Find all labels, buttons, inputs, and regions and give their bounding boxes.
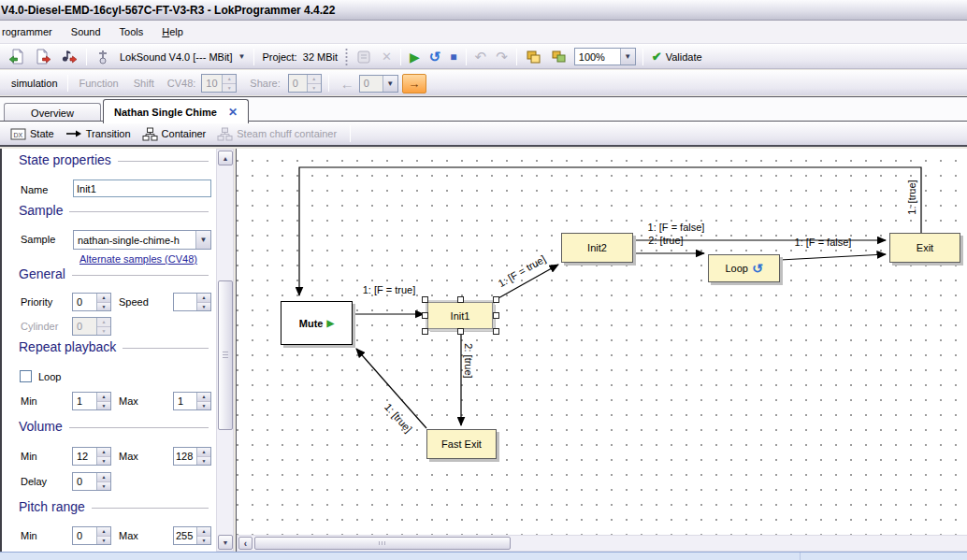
validate-label: Validate (666, 51, 702, 63)
add-steam-chuff-container-button-disabled: Steam chuff container (211, 123, 342, 144)
pitch-max-value: 255 (174, 527, 196, 544)
music-note-export-icon (61, 49, 78, 65)
selection-handle-w[interactable] (422, 312, 428, 319)
diagram-canvas[interactable]: 1: [true] 1: [F = true] 1: [F = true] 1:… (237, 149, 967, 535)
menu-item-programmer[interactable]: rogrammer (0, 22, 62, 41)
tab-overview[interactable]: Overview (4, 103, 101, 122)
simulation-mode-label: simulation (6, 78, 64, 89)
spin-down-button[interactable]: ▼ (197, 537, 210, 545)
scrollbar-thumb[interactable] (254, 537, 511, 550)
selection-handle-e[interactable] (493, 312, 499, 319)
spin-up-button[interactable]: ▲ (97, 294, 110, 303)
chevron-down-icon: ▼ (382, 76, 397, 92)
add-transition-button[interactable]: Transition (60, 123, 137, 144)
spin-up-button[interactable]: ▲ (97, 473, 110, 482)
canvas-horizontal-scrollbar[interactable]: ‹ (237, 535, 967, 552)
open-project-button[interactable] (5, 47, 29, 67)
spin-up-button[interactable]: ▲ (197, 393, 210, 402)
spin-up-button[interactable]: ▲ (197, 448, 210, 457)
pitch-max-spinner[interactable]: 255 ▲▼ (173, 526, 211, 545)
tab-close-button[interactable]: ✕ (228, 106, 238, 119)
state-node-mute[interactable]: Mute ▶ (281, 301, 353, 345)
spin-down-button[interactable]: ▼ (97, 457, 110, 466)
scroll-left-button[interactable]: ‹ (238, 537, 253, 550)
spin-up-button[interactable]: ▲ (197, 527, 210, 537)
step-forward-button[interactable]: → (402, 74, 426, 93)
spin-up-button[interactable]: ▲ (97, 527, 110, 537)
tab-nathan-single-chime[interactable]: Nathan Single Chime ✕ (103, 99, 249, 123)
redo-icon: ↷ (496, 50, 508, 64)
state-node-init1-selected[interactable]: Init1 (427, 302, 493, 329)
selection-handle-s[interactable] (457, 328, 464, 335)
add-state-button[interactable]: DX State (5, 123, 60, 144)
cylinder-spinner-disabled: 0 ▲▼ (72, 317, 111, 336)
spin-down-button[interactable]: ▼ (197, 303, 210, 311)
panel-vertical-scrollbar[interactable]: ▲ ▼ (216, 149, 234, 552)
selection-handle-n[interactable] (457, 296, 464, 303)
play-simulation-button[interactable]: ▶ (406, 47, 424, 67)
speed-spinner[interactable]: ▲▼ (173, 293, 211, 311)
priority-spinner[interactable]: 0 ▲▼ (72, 293, 111, 311)
spin-down-button[interactable]: ▼ (97, 402, 110, 410)
spin-down-button[interactable]: ▼ (97, 482, 110, 491)
selection-handle-sw[interactable] (422, 328, 428, 335)
repeat-min-spinner[interactable]: 1 ▲▼ (72, 392, 111, 410)
section-volume: Volume (19, 419, 209, 434)
repeat-max-spinner[interactable]: 1 ▲▼ (173, 392, 211, 410)
add-container-button[interactable]: Container (137, 123, 212, 144)
edge-loop-to-exit[interactable] (780, 254, 886, 260)
chevron-down-icon[interactable]: ▼ (620, 49, 635, 65)
save-project-button[interactable] (31, 47, 55, 67)
state-node-init2[interactable]: Init2 (561, 233, 633, 263)
selection-handle-se[interactable] (493, 328, 499, 335)
spin-down-button[interactable]: ▼ (97, 537, 110, 545)
state-node-fast-exit[interactable]: Fast Exit (426, 429, 497, 459)
scroll-down-button[interactable]: ▼ (218, 535, 233, 550)
name-input[interactable] (73, 179, 211, 197)
stop-simulation-button[interactable]: ■ (446, 47, 460, 67)
container-button-label: Container (162, 128, 207, 139)
volume-min-spinner[interactable]: 12 ▲▼ (72, 447, 111, 466)
scroll-up-button[interactable]: ▲ (218, 151, 233, 165)
zoom-out-window-button[interactable] (522, 47, 545, 67)
menu-item-tools[interactable]: Tools (110, 22, 153, 41)
selection-handle-ne[interactable] (493, 296, 499, 303)
programmer-connection-button[interactable] (92, 47, 114, 67)
spin-down-button[interactable]: ▼ (97, 303, 110, 311)
toolbar-separator (466, 49, 467, 65)
cylinder-value: 0 (73, 318, 96, 335)
selection-handle-nw[interactable] (422, 296, 428, 303)
alternate-samples-link[interactable]: Alternate samples (CV48) (79, 253, 197, 265)
volume-max-spinner[interactable]: 128 ▲▼ (173, 447, 211, 466)
menu-item-sound[interactable]: Sound (62, 22, 110, 41)
spin-up-button[interactable]: ▲ (197, 294, 210, 303)
volume-max-label: Max (119, 451, 138, 462)
toolbar-separator (67, 75, 68, 92)
speed-value (174, 294, 196, 310)
toolbar-grip[interactable] (344, 48, 349, 66)
scrollbar-thumb[interactable] (218, 280, 233, 430)
zoom-in-window-button[interactable] (547, 47, 570, 67)
repeat-min-label: Min (21, 395, 37, 407)
function-label-disabled: Function (72, 78, 126, 89)
spin-down-button[interactable]: ▼ (197, 402, 210, 410)
section-repeat-playback: Repeat playback (19, 339, 209, 354)
zoom-level-combo[interactable]: 100% ▼ (574, 48, 636, 65)
delay-spinner[interactable]: 0 ▲▼ (72, 472, 111, 491)
sample-combo[interactable]: nathan-single-chime-h ▼ (73, 230, 211, 250)
validate-button[interactable]: ✔ Validate (648, 47, 706, 67)
restart-simulation-button[interactable]: ↺ (426, 47, 445, 67)
pitch-min-spinner[interactable]: 0 ▲▼ (72, 526, 111, 545)
spin-up-button[interactable]: ▲ (97, 393, 110, 402)
decoder-type-dropdown[interactable]: LokSound V4.0 [--- MBit] ▼ (116, 47, 249, 67)
spin-up-button[interactable]: ▲ (97, 448, 110, 457)
export-sound-button[interactable] (57, 47, 81, 67)
state-node-loop[interactable]: Loop ↺ (708, 254, 780, 282)
menu-item-help[interactable]: Help (152, 22, 193, 41)
loop-checkbox[interactable] (20, 370, 32, 382)
spin-down-button[interactable]: ▼ (197, 457, 210, 466)
edge-label-init2-to-loop: 2: [true] (648, 235, 683, 246)
edge-exit-to-mute[interactable] (299, 167, 921, 295)
state-node-exit[interactable]: Exit (889, 233, 960, 263)
chevron-down-icon[interactable]: ▼ (195, 231, 210, 249)
